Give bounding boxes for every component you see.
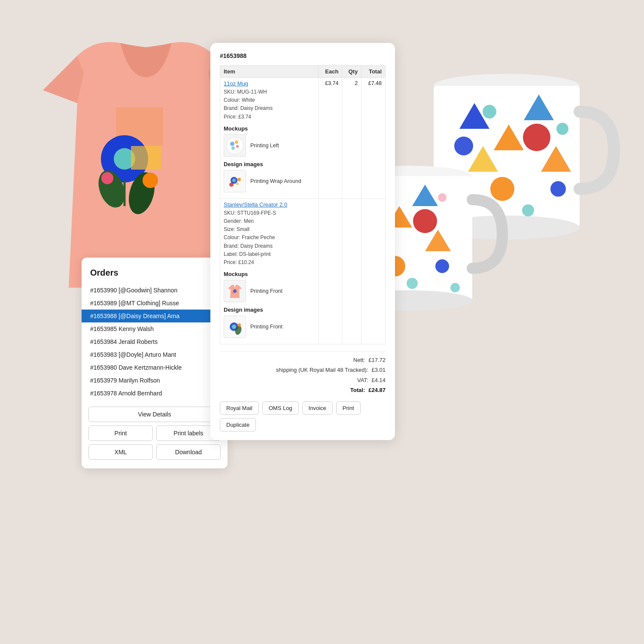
svg-point-46 — [236, 145, 239, 148]
order-list-item[interactable]: #1653990 [@Goodwin] Shannon — [82, 284, 228, 297]
total-label: Total: — [350, 385, 365, 395]
item-details: SKU: STTU169-FPE-SGender: MenSize: Small… — [224, 209, 315, 267]
action-button-invoice[interactable]: Invoice — [302, 401, 333, 415]
mockups-label: Mockups — [224, 125, 315, 132]
orders-panel: Orders #1653990 [@Goodwin] Shannon#16539… — [82, 258, 228, 468]
svg-rect-8 — [131, 146, 161, 170]
vat-value: £4.14 — [371, 375, 386, 385]
svg-point-24 — [522, 204, 534, 216]
qty-cell — [342, 198, 361, 344]
shipping-value: £3.01 — [371, 365, 386, 375]
orders-title: Orders — [82, 268, 228, 284]
design-row: Printing Front — [224, 316, 315, 338]
svg-point-7 — [101, 172, 113, 184]
mockup-label: Printing Front — [250, 288, 283, 294]
shipping-label: shipping (UK Royal Mail 48 Tracked): — [276, 365, 368, 375]
order-list-item[interactable]: #1653978 Arnold Bernhard — [82, 387, 228, 400]
mockup-row: Printing Left — [224, 134, 315, 157]
svg-point-49 — [232, 179, 236, 182]
order-list-item[interactable]: #1653985 Kenny Walsh — [82, 322, 228, 335]
each-cell: £3.74 — [318, 78, 342, 199]
order-list-item[interactable]: #1653984 Jerald Roberts — [82, 335, 228, 348]
svg-point-44 — [230, 142, 234, 146]
item-details: SKU: MUG-11-WHColour: WhiteBrand: Daisy … — [224, 88, 315, 121]
col-total: Total — [361, 66, 386, 78]
action-button-duplicate[interactable]: Duplicate — [220, 418, 256, 431]
nett-label: Nett: — [353, 355, 365, 365]
total-cell — [361, 198, 386, 344]
svg-point-43 — [226, 137, 243, 154]
svg-point-58 — [237, 323, 241, 327]
col-item: Item — [220, 66, 319, 78]
item-cell: 11oz Mug SKU: MUG-11-WHColour: WhiteBran… — [220, 78, 319, 199]
svg-point-36 — [435, 259, 449, 273]
design-thumbnail — [224, 316, 246, 338]
mockup-row: Printing Front — [224, 280, 315, 302]
item-cell: Stanley/Stella Creator 2.0 SKU: STTU169-… — [220, 198, 319, 344]
qty-cell: 2 — [342, 78, 361, 199]
svg-point-51 — [229, 182, 234, 187]
order-detail-panel: #1653988 Item Each Qty Total 11oz Mug SK… — [210, 43, 395, 440]
svg-point-56 — [232, 325, 236, 329]
svg-point-18 — [454, 137, 473, 155]
total-value: £24.87 — [368, 385, 386, 395]
design-label: Printing Front — [250, 324, 283, 330]
item-link[interactable]: Stanley/Stella Creator 2.0 — [224, 201, 315, 208]
svg-point-40 — [438, 193, 447, 202]
order-totals: Nett: £17.72 shipping (UK Royal Mail 48 … — [220, 351, 386, 395]
svg-point-33 — [413, 209, 437, 233]
design-images-label: Design images — [224, 161, 315, 167]
svg-point-39 — [407, 278, 418, 289]
mockup-thumbnail — [224, 134, 246, 157]
order-list-item[interactable]: #1653988 [@Daisy Dreams] Ama — [82, 310, 228, 322]
orders-buttons: View Details Print Print labels XML Down… — [82, 400, 228, 460]
nett-line: Nett: £17.72 — [220, 355, 386, 365]
shipping-line: shipping (UK Royal Mail 48 Tracked): £3.… — [220, 365, 386, 375]
action-button-print[interactable]: Print — [336, 401, 361, 415]
download-button[interactable]: Download — [156, 444, 221, 460]
table-header-row: Item Each Qty Total — [220, 66, 386, 78]
design-images-label: Design images — [224, 307, 315, 313]
order-list-item[interactable]: #1653983 [@Doyle] Arturo Mant — [82, 348, 228, 361]
vat-line: VAT: £4.14 — [220, 375, 386, 385]
order-table: Item Each Qty Total 11oz Mug SKU: MUG-11… — [220, 65, 386, 344]
mockup-thumbnail — [224, 280, 246, 302]
col-each: Each — [318, 66, 342, 78]
col-qty: Qty — [342, 66, 361, 78]
design-row: Printing Wrap Around — [224, 170, 315, 192]
order-number: #1653988 — [220, 52, 386, 59]
total-line: Total: £24.87 — [220, 385, 386, 395]
svg-point-17 — [523, 124, 550, 151]
table-row: 11oz Mug SKU: MUG-11-WHColour: WhiteBran… — [220, 78, 386, 199]
order-list-item[interactable]: #1653980 Dave Kertzmann-Hickle — [82, 361, 228, 374]
svg-point-42 — [450, 283, 460, 292]
xml-button[interactable]: XML — [88, 444, 153, 460]
svg-point-54 — [232, 292, 234, 294]
svg-point-50 — [237, 178, 241, 181]
design-thumbnail — [224, 170, 246, 192]
print-button[interactable]: Print — [88, 425, 153, 441]
order-list-item[interactable]: #1653989 [@MT Clothing] Russe — [82, 297, 228, 310]
svg-point-47 — [231, 146, 235, 150]
vat-label: VAT: — [357, 375, 368, 385]
mockups-label: Mockups — [224, 271, 315, 277]
order-action-buttons: Royal MailOMS LogInvoicePrintDuplicate — [220, 401, 386, 431]
svg-point-19 — [490, 177, 514, 201]
design-label: Printing Wrap Around — [250, 178, 301, 184]
item-link[interactable]: 11oz Mug — [224, 80, 315, 87]
view-details-button[interactable]: View Details — [88, 407, 221, 422]
svg-point-20 — [550, 181, 566, 197]
each-cell — [318, 198, 342, 344]
mockup-label: Printing Left — [250, 143, 279, 149]
order-list-item[interactable]: #1653979 Marilyn Rolfson — [82, 374, 228, 387]
nett-value: £17.72 — [368, 355, 386, 365]
svg-point-21 — [483, 105, 496, 118]
svg-point-22 — [556, 123, 568, 135]
orders-list: #1653990 [@Goodwin] Shannon#1653989 [@MT… — [82, 284, 228, 400]
svg-point-45 — [235, 140, 238, 144]
table-row: Stanley/Stella Creator 2.0 SKU: STTU169-… — [220, 198, 386, 344]
action-button-oms-log[interactable]: OMS Log — [262, 401, 299, 415]
action-button-royal-mail[interactable]: Royal Mail — [220, 401, 259, 415]
total-cell: £7.48 — [361, 78, 386, 199]
svg-point-6 — [143, 173, 158, 188]
